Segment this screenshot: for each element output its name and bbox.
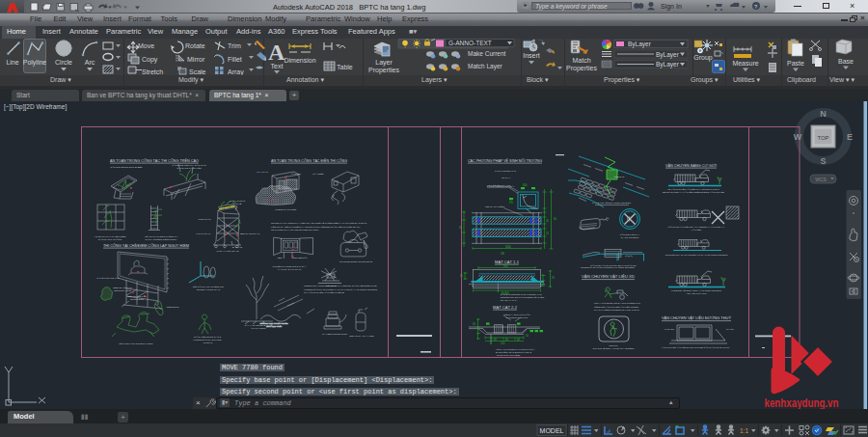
svg-text:AN TOÀN: AN TOÀN: [203, 341, 212, 343]
svg-text:N: N: [820, 109, 827, 119]
svg-text:Make Current: Make Current: [468, 50, 506, 57]
svg-text:VẬN CHUYỂN VẬT LIỆU ĐƯỜNG THUỶ: VẬN CHUYỂN VẬT LIỆU ĐƯỜNG THUỶ: [662, 315, 731, 320]
svg-text:NHÂN VIÊN ĐỨNG GÁC &: NHÂN VIÊN ĐỨNG GÁC &: [194, 336, 221, 338]
svg-text:VÀ KHÓA CHẮC CHẮN: VÀ KHÓA CHẮC CHẮN: [278, 268, 302, 270]
svg-text:RA MôI TRƯỜNG: RA MôI TRƯỜNG: [621, 236, 639, 238]
svg-text:Polyline: Polyline: [23, 59, 47, 67]
svg-text:B: B: [502, 252, 504, 256]
svg-text:KẾT CẤU THANH CHỐNG GIỮ: KẾT CẤU THANH CHỐNG GIỮ: [193, 286, 225, 287]
svg-text:Trim: Trim: [228, 42, 241, 49]
svg-text:MÓNG BTCT: MÓNG BTCT: [166, 306, 179, 308]
svg-text:Move: Move: [138, 42, 154, 49]
svg-text:KHÓA HÃM BÁNH XE: KHÓA HÃM BÁNH XE: [217, 250, 239, 252]
svg-text:NỀN: NỀN: [278, 257, 283, 259]
svg-text:Base: Base: [838, 58, 854, 65]
svg-text:Match Layer: Match Layer: [468, 63, 503, 70]
svg-text:Group: Group: [693, 54, 713, 62]
svg-text:KHI VẬN CHUYỂN VẬT LIỆU THIẾT: KHI VẬN CHUYỂN VẬT LIỆU THIẾT Bị.: [304, 291, 345, 294]
svg-text:Arc: Arc: [85, 59, 95, 66]
svg-text:MẶT CẮT 1-1: MẶT CẮT 1-1: [495, 259, 519, 264]
svg-text:HƯỚNG DẪN GIAO THôNG: HƯỚNG DẪN GIAO THôNG: [193, 339, 221, 341]
svg-text:THÀNH: THÀNH: [726, 328, 734, 330]
svg-text:CÁC PHƯƠNG PHÁP VỆ SINH MÔI TR: CÁC PHƯƠNG PHÁP VỆ SINH MÔI TRƯỜNG: [468, 158, 542, 163]
svg-text:450: 450: [523, 183, 528, 187]
svg-text:Properties: Properties: [368, 67, 399, 74]
svg-text:Rotate: Rotate: [185, 42, 205, 49]
svg-text:GIÀN GIÁO CAO TẦNG: GIÀN GIÁO CAO TẦNG: [98, 238, 122, 240]
svg-text:Text: Text: [271, 63, 284, 69]
svg-text:VẬN CHUYỂN BẰNG CƠ GIỚI: VẬN CHUYỂN BẰNG CƠ GIỚI: [665, 163, 717, 168]
svg-text:WCS: WCS: [815, 177, 827, 182]
svg-text:BIỂN QUẢNG CÁO: BIỂN QUẢNG CÁO: [113, 287, 131, 288]
svg-text:E: E: [847, 132, 853, 142]
svg-text:AN TOÀN TRONG CÔNG TÁC THI CÔN: AN TOÀN TRONG CÔNG TÁC THI CÔNG TRÊN CAO: [110, 158, 199, 163]
svg-text:MẶT CẮT 2-2: MẶT CẮT 2-2: [493, 305, 517, 310]
svg-text:Fillet: Fillet: [228, 56, 242, 63]
svg-text:BIỂN QUẢNG CÁO: BIỂN QUẢNG CÁO: [127, 295, 146, 297]
svg-text:Insert: Insert: [523, 52, 540, 59]
svg-text:TOP: TOP: [817, 135, 828, 141]
svg-text:KHU CÁCH LY: KHU CÁCH LY: [196, 232, 211, 234]
svg-text:kenhxaydung.vn: kenhxaydung.vn: [765, 396, 839, 410]
svg-text:Array: Array: [228, 68, 244, 75]
svg-text:KHOANG: KHOANG: [665, 328, 674, 330]
svg-text:BIỂN BÁO: BIỂN BÁO: [614, 176, 625, 178]
svg-text:Line: Line: [6, 59, 18, 66]
svg-text:LƯỚI CHẮN: LƯỚI CHẮN: [199, 218, 211, 220]
svg-text:CẤM ĐỔ PHẾ THẢI: CẤM ĐỔ PHẾ THẢI: [620, 233, 640, 235]
svg-text:Stretch: Stretch: [142, 68, 163, 75]
svg-text:ByLayer: ByLayer: [628, 41, 652, 48]
svg-text:BÌNH CHỮA CHÁY CO2: BÌNH CHỮA CHÁY CO2: [349, 335, 374, 337]
svg-text:120: 120: [501, 341, 505, 345]
svg-text:LỚN NGOÀI TRỜI: LỚN NGOÀI TRỜI: [114, 289, 132, 291]
svg-text:Table: Table: [337, 64, 353, 70]
svg-text:Properties: Properties: [566, 65, 597, 72]
svg-text:Paste: Paste: [787, 60, 804, 67]
svg-text:Scale: Scale: [189, 68, 206, 75]
svg-text:MÁY PHÁT: MÁY PHÁT: [257, 171, 268, 173]
svg-text:MODEL: MODEL: [540, 427, 564, 434]
svg-text:Sign In: Sign In: [661, 3, 682, 11]
svg-text:CÂN CỨU ĐỨNG CỨU 2T BÊN: CÂN CỨU ĐỨNG CỨU 2T BÊN: [110, 166, 142, 168]
svg-text:350: 350: [503, 264, 508, 268]
svg-text:AN TOÀN GIAO THÔNG: AN TOÀN GIAO THÔNG: [496, 354, 521, 356]
svg-text:1:1: 1:1: [740, 427, 748, 434]
svg-text:VẬN CHUYỂN VẬT LIỆU XD: VẬN CHUYỂN VẬT LIỆU XD: [582, 274, 635, 279]
svg-text:BÁNH XE: BÁNH XE: [232, 246, 243, 248]
svg-text:NEO GIẰNG CHẮC: NEO GIẰNG CHẮC: [240, 232, 260, 234]
svg-text:AN TOÀN TRONG CÔNG TÁC ĐIỆN TH: AN TOÀN TRONG CÔNG TÁC ĐIỆN THI CÔNG: [271, 158, 347, 163]
svg-text:G-ANNO-TEXT: G-ANNO-TEXT: [448, 40, 492, 46]
svg-text:THI CÔNG TẠI CHỗ/ĐIỂM CÔNG LẮP: THI CÔNG TẠI CHỗ/ĐIỂM CÔNG LẮP NGUY HIỂM: [103, 243, 189, 248]
svg-text:ByLayer: ByLayer: [656, 61, 680, 68]
svg-text:KHI THI CôNG: KHI THI CôNG: [251, 327, 265, 329]
svg-text:Copy: Copy: [142, 56, 158, 64]
svg-text:S: S: [820, 156, 826, 166]
svg-text:3500: 3500: [505, 245, 511, 249]
svg-text:ByLayer: ByLayer: [656, 51, 680, 59]
svg-text:LƯỚI AN TOÀN: LƯỚI AN TOÀN: [230, 200, 246, 202]
svg-text:W: W: [794, 132, 802, 142]
svg-text:MÁY BƠM NƯỚC PCCC: MÁY BƠM NƯỚC PCCC: [322, 333, 347, 335]
svg-text:A: A: [268, 40, 285, 65]
svg-text:Match: Match: [572, 57, 590, 64]
svg-text:Circle: Circle: [55, 59, 72, 66]
svg-text:2% VỀ HAI PHÍA: 2% VỀ HAI PHÍA: [501, 299, 518, 301]
svg-text:Mirror: Mirror: [187, 56, 205, 63]
svg-text:Layer: Layer: [375, 59, 393, 67]
svg-text:Measure: Measure: [732, 60, 758, 67]
svg-text:Dimension: Dimension: [284, 57, 315, 64]
svg-text:THOÁT NƯỚC MẶT: THOÁT NƯỚC MẶT: [495, 170, 517, 173]
svg-text:BẢN VẴ: BẢN VẴ: [502, 177, 511, 179]
